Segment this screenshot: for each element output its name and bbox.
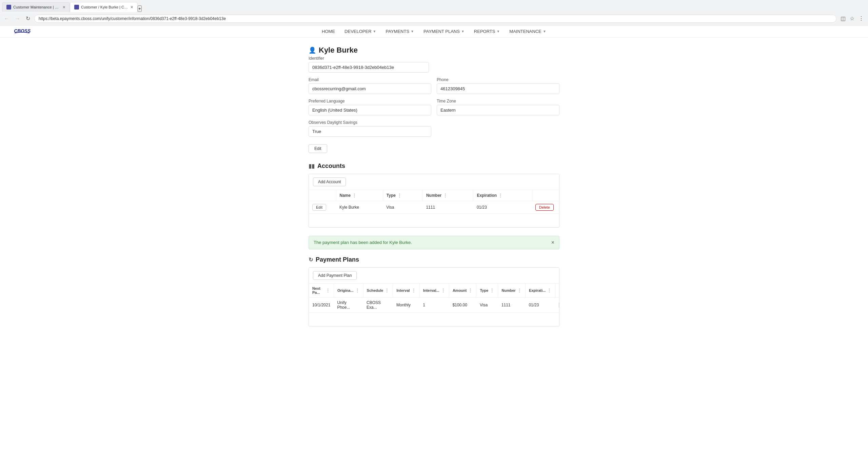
browser-tab-2[interactable]: Customer / Kyle Burke | Centr... ×: [70, 2, 138, 12]
payment-plans-table-head: Next Pa... ⋮ Origina... ⋮ Schedule: [309, 284, 559, 298]
pp-row-0-interval: Monthly: [393, 297, 419, 312]
pp-expiration-handle[interactable]: ⋮: [547, 288, 552, 293]
pp-row-0-cancel-button[interactable]: Cancel: [559, 302, 559, 308]
tab-favicon-1: [6, 5, 11, 10]
payment-plans-toolbar: Add Payment Plan: [309, 268, 559, 284]
daylight-input[interactable]: [309, 126, 431, 137]
nav-maintenance[interactable]: MAINTENANCE ▼: [509, 29, 546, 34]
timezone-input[interactable]: [437, 105, 559, 115]
accounts-name-handle[interactable]: ⋮: [352, 193, 357, 198]
customer-name: Kyle Burke: [319, 46, 358, 55]
pp-type-handle[interactable]: ⋮: [490, 288, 494, 293]
address-input[interactable]: [34, 15, 836, 23]
tab-close-1[interactable]: ×: [63, 4, 65, 10]
accounts-header-row: Name ⋮ Type ⋮ Number ⋮: [309, 190, 559, 201]
identifier-group: Identifier: [309, 56, 559, 73]
nav-links: HOME DEVELOPER ▼ PAYMENTS ▼ PAYMENT PLAN…: [322, 29, 546, 34]
payments-chevron: ▼: [411, 30, 414, 33]
pp-row-0-schedule: CBOSS Exa...: [363, 297, 393, 312]
pp-col-actions: [555, 284, 559, 298]
accounts-table-container: Add Account Name ⋮ Type ⋮: [309, 174, 559, 228]
forward-button[interactable]: →: [14, 14, 22, 23]
daylight-label: Observes Daylight Savings: [309, 120, 431, 125]
pp-row-0-cancel-cell: Cancel: [555, 297, 559, 312]
payment-plans-icon: ↻: [309, 256, 313, 263]
phone-group: Phone: [437, 77, 559, 94]
nav-home[interactable]: HOME: [322, 29, 335, 34]
email-input[interactable]: [309, 83, 431, 94]
pp-next-payment-handle[interactable]: ⋮: [326, 288, 330, 293]
accounts-number-handle[interactable]: ⋮: [443, 193, 448, 198]
accounts-col-type: Type ⋮: [383, 190, 422, 201]
pp-row-0-expiration: 01/23: [525, 297, 555, 312]
accounts-table: Name ⋮ Type ⋮ Number ⋮: [309, 190, 559, 227]
accounts-col-actions: [309, 190, 336, 201]
nav-payments[interactable]: PAYMENTS ▼: [386, 29, 414, 34]
bookmark-button[interactable]: ☆: [848, 14, 856, 23]
logo: CBOSS: [14, 26, 31, 37]
pp-schedule-handle[interactable]: ⋮: [384, 288, 389, 293]
back-button[interactable]: ←: [3, 14, 11, 23]
pp-col-expiration: Expirati... ⋮: [525, 284, 555, 298]
accounts-icon: ▮▮: [309, 163, 315, 169]
nav-reports[interactable]: REPORTS ▼: [474, 29, 500, 34]
payment-plans-title: Payment Plans: [316, 256, 359, 263]
add-account-button[interactable]: Add Account: [313, 177, 346, 186]
pp-col-next-payment: Next Pa... ⋮: [309, 284, 334, 298]
timezone-group: Time Zone: [437, 99, 559, 115]
daylight-right-spacer: [437, 120, 559, 137]
accounts-col-number: Number ⋮: [422, 190, 473, 201]
browser-tab-1[interactable]: Customer Maintenance | Centr... ×: [2, 2, 70, 12]
accounts-row-0-number: 1111: [422, 201, 473, 214]
page-content: 👤 Kyle Burke Identifier Email Phone Pref…: [302, 38, 566, 343]
nav-developer[interactable]: DEVELOPER ▼: [344, 29, 376, 34]
pp-row-0: 10/1/2021 Unify Phoe... CBOSS Exa... Mon…: [309, 297, 559, 312]
phone-input[interactable]: [437, 83, 559, 94]
add-payment-plan-button[interactable]: Add Payment Plan: [313, 271, 357, 280]
accounts-col-name: Name ⋮: [336, 190, 383, 201]
accounts-row-0-delete-button[interactable]: Delete: [535, 204, 554, 211]
pp-interval-value-handle[interactable]: ⋮: [441, 288, 446, 293]
pp-row-0-number: 1111: [498, 297, 526, 312]
daylight-group: Observes Daylight Savings: [309, 120, 431, 137]
tab-bar: Customer Maintenance | Centr... × Custom…: [0, 0, 868, 12]
identifier-label: Identifier: [309, 56, 559, 61]
reload-button[interactable]: ↻: [24, 14, 32, 23]
pp-row-0-amount: $100.00: [449, 297, 476, 312]
new-tab-button[interactable]: +: [138, 5, 142, 12]
payment-plans-chevron: ▼: [461, 30, 465, 33]
accounts-table-body: Edit Kyle Burke Visa 1111 01/23 Delete: [309, 201, 559, 227]
payment-plans-header-row: Next Pa... ⋮ Origina... ⋮ Schedule: [309, 284, 559, 298]
accounts-row-0: Edit Kyle Burke Visa 1111 01/23 Delete: [309, 201, 559, 214]
identifier-input[interactable]: [309, 62, 429, 73]
pp-row-0-next-payment: 10/1/2021: [309, 297, 334, 312]
pp-col-interval-value: Interval... ⋮: [419, 284, 449, 298]
menu-button[interactable]: ⋮: [857, 14, 865, 23]
browser-actions: ◫ ☆ ⋮: [839, 14, 865, 23]
pp-originator-handle[interactable]: ⋮: [355, 288, 360, 293]
payment-plans-table-container: Add Payment Plan Next Pa... ⋮ Origina...…: [309, 267, 559, 327]
pp-number-handle[interactable]: ⋮: [517, 288, 522, 293]
language-timezone-row: Preferred Language Time Zone: [309, 99, 559, 115]
accounts-row-0-delete-cell: Delete: [532, 201, 559, 214]
developer-chevron: ▼: [373, 30, 376, 33]
extensions-button[interactable]: ◫: [839, 14, 847, 23]
pp-col-number: Number ⋮: [498, 284, 526, 298]
tab-close-2[interactable]: ×: [131, 4, 133, 10]
alert-close-button[interactable]: ×: [551, 240, 554, 246]
accounts-expiration-handle[interactable]: ⋮: [498, 193, 503, 198]
tab-label-2: Customer / Kyle Burke | Centr...: [81, 5, 129, 9]
reports-chevron: ▼: [496, 30, 500, 33]
customer-edit-button[interactable]: Edit: [309, 144, 327, 153]
pp-amount-handle[interactable]: ⋮: [468, 288, 473, 293]
accounts-row-0-name: Kyle Burke: [336, 201, 383, 214]
pp-interval-handle[interactable]: ⋮: [411, 288, 416, 293]
pp-col-schedule: Schedule ⋮: [363, 284, 393, 298]
preferred-language-input[interactable]: [309, 105, 431, 115]
accounts-type-handle[interactable]: ⋮: [397, 193, 402, 198]
customer-info-form: Identifier Email Phone Preferred Languag…: [309, 56, 559, 153]
pp-empty-row: [309, 312, 559, 326]
accounts-row-0-edit-button[interactable]: Edit: [312, 204, 326, 211]
preferred-language-label: Preferred Language: [309, 99, 431, 103]
nav-payment-plans[interactable]: PAYMENT PLANS ▼: [423, 29, 465, 34]
